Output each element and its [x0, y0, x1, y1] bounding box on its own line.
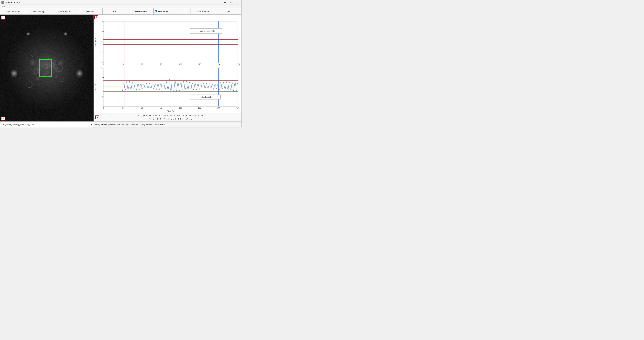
- load-analysis-button[interactable]: Load analysis: [51, 8, 77, 15]
- stats-headers: RL_m95 AP_m95 SI_m95 RL_m100 AP_m100 SI_…: [101, 114, 241, 117]
- new-from-zip-button[interactable]: New from .zip: [26, 8, 51, 15]
- stats-values: 0.0 NaN 7.2 2.4 NaN 10.8: [101, 117, 241, 120]
- select-window-button[interactable]: Select window: [128, 8, 154, 15]
- svg-text:125: 125: [198, 107, 201, 109]
- svg-text:20: 20: [100, 20, 103, 23]
- svg-text:175: 175: [237, 107, 240, 109]
- chart-row-2: 20 10 0 −10 −20 Disp (mm) 0: [94, 66, 241, 113]
- svg-text:10: 10: [100, 31, 103, 33]
- chart-2-svg[interactable]: 20 10 0 −10 −20 Disp (mm) 0: [94, 66, 241, 113]
- svg-text:0: 0: [103, 107, 104, 109]
- menu-bar: Help: [0, 5, 241, 8]
- panel-4-label: 4: [95, 115, 99, 119]
- svg-text:175: 175: [237, 63, 240, 66]
- svg-text:150: 150: [217, 107, 220, 109]
- svg-text:75: 75: [160, 63, 162, 66]
- chart-1-svg[interactable]: 20 10 0 −10 −20 Disp (mm) 0: [94, 20, 241, 66]
- svg-text:−20: −20: [100, 105, 102, 107]
- stats-row: 4 RL_m95 AP_m95 SI_m95 RL_m100 AP_m100 S…: [94, 113, 241, 121]
- svg-text:75: 75: [160, 107, 162, 109]
- svg-text:Disp (mm): Disp (mm): [94, 38, 96, 48]
- svg-text:50: 50: [141, 107, 143, 109]
- play-button[interactable]: Play: [102, 8, 128, 15]
- lock-series-button[interactable]: Lock series: [154, 8, 190, 15]
- svg-text:20: 20: [100, 67, 102, 69]
- svg-text:25: 25: [122, 63, 124, 66]
- svg-text:0: 0: [103, 63, 104, 66]
- left-panel: 1 2: [0, 15, 94, 121]
- svg-text:50: 50: [141, 63, 143, 66]
- lock-series-label: Lock series: [158, 10, 168, 13]
- status-bar: Ready. Use dropdown to switch images. Cr…: [93, 123, 241, 126]
- toolbar: New from folder New from .zip Load analy…: [0, 8, 241, 15]
- maximize-button[interactable]: □: [228, 0, 234, 5]
- close-button[interactable]: ✕: [234, 0, 240, 5]
- svg-text:vertical axis I+: vertical axis I+: [200, 96, 212, 98]
- svg-text:100: 100: [179, 63, 182, 66]
- right-panel: 3 20 10 0: [94, 15, 241, 121]
- panel-2-label: 2: [1, 117, 5, 120]
- panel-1-label: 1: [1, 16, 5, 20]
- svg-text:−10: −10: [100, 95, 102, 97]
- lock-series-checkbox[interactable]: [155, 10, 157, 13]
- charts-wrapper: 20 10 0 −10 −20 Disp (mm) 0: [94, 20, 241, 113]
- svg-text:0: 0: [102, 86, 102, 88]
- panel-3-label: 3: [94, 15, 98, 19]
- quit-button[interactable]: Quit: [216, 8, 241, 15]
- svg-text:Time (s): Time (s): [167, 110, 174, 112]
- svg-text:100: 100: [179, 107, 182, 109]
- new-from-folder-button[interactable]: New from folder: [0, 8, 26, 15]
- svg-text:horizontal axis R+: horizontal axis R+: [200, 30, 215, 32]
- chart-area: 3 20 10 0: [94, 15, 241, 113]
- image-select[interactable]: 901_btFFE_Cor-Sag_RealTime_i00001: [0, 122, 93, 127]
- svg-text:150: 150: [217, 63, 220, 66]
- svg-text:125: 125: [198, 63, 201, 66]
- svg-text:0: 0: [102, 41, 103, 43]
- svg-text:Disp (mm): Disp (mm): [94, 84, 96, 92]
- app-icon: [2, 1, 4, 4]
- mri-canvas[interactable]: [0, 15, 94, 121]
- stats-content: RL_m95 AP_m95 SI_m95 RL_m100 AP_m100 SI_…: [101, 114, 241, 120]
- svg-text:25: 25: [122, 107, 124, 109]
- svg-text:10: 10: [100, 76, 102, 78]
- main-area: 1 2 3: [0, 15, 241, 121]
- minimize-button[interactable]: ─: [222, 0, 228, 5]
- menu-help[interactable]: Help: [1, 5, 8, 8]
- bottom-bar: 901_btFFE_Cor-Sag_RealTime_i00001 Ready.…: [0, 121, 241, 127]
- save-analysis-button[interactable]: Save analysis: [190, 8, 216, 15]
- svg-text:−10: −10: [100, 51, 102, 53]
- image-container[interactable]: 1 2: [0, 15, 94, 121]
- app-title: CineTracker v2.3.1: [5, 1, 21, 4]
- svg-text:−20: −20: [100, 61, 102, 63]
- dropdown-container: 901_btFFE_Cor-Sag_RealTime_i00001: [0, 122, 93, 127]
- chart-row-1: 20 10 0 −10 −20 Disp (mm) 0: [94, 20, 241, 66]
- title-bar: CineTracker v2.3.1 ─ □ ✕: [0, 0, 241, 5]
- create-roi-button[interactable]: Create ROI: [77, 8, 102, 15]
